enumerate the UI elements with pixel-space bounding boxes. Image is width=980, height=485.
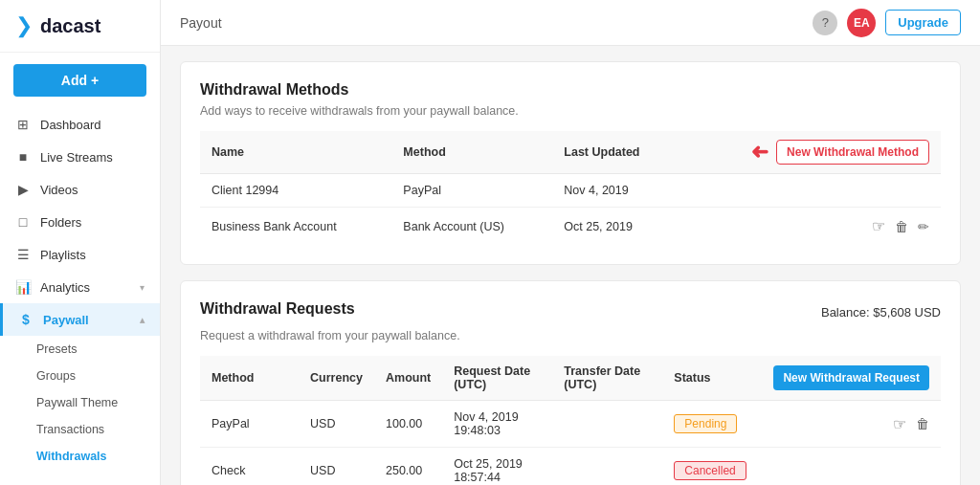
- col-new-request: New Withdrawal Request: [762, 356, 941, 401]
- logo-icon: ❯: [15, 13, 33, 38]
- arrow-icon: ➜: [751, 140, 768, 165]
- chevron-up-icon: ▴: [140, 315, 145, 325]
- subnav-groups[interactable]: Groups: [0, 363, 160, 389]
- row-last-updated: Oct 25, 2019: [552, 208, 680, 246]
- col-request-date: Request Date (UTC): [442, 356, 552, 401]
- row-status: Pending: [662, 401, 762, 448]
- new-withdrawal-method-button[interactable]: New Withdrawal Method: [776, 140, 929, 165]
- main-content: Payout ? EA Upgrade Withdrawal Methods A…: [161, 0, 980, 485]
- sidebar-item-folders[interactable]: □ Folders: [0, 206, 160, 238]
- table-row: Business Bank Account Bank Account (US) …: [200, 208, 941, 246]
- withdrawal-requests-title: Withdrawal Requests: [200, 300, 355, 318]
- col-name: Name: [200, 131, 391, 174]
- content-area: Withdrawal Methods Add ways to receive w…: [161, 46, 980, 485]
- edit-icon[interactable]: ✏: [918, 219, 929, 234]
- row-actions: [680, 174, 941, 208]
- logo-text: dacast: [40, 15, 100, 37]
- col-amount: Amount: [374, 356, 442, 401]
- status-badge: Cancelled: [674, 461, 746, 480]
- col-transfer-date: Transfer Date (UTC): [552, 356, 662, 401]
- paywall-icon: $: [18, 312, 33, 327]
- row-currency: USD: [299, 401, 374, 448]
- row-transfer-date: [552, 401, 662, 448]
- row-actions: ☞ 🗑 ✏: [680, 208, 941, 246]
- sidebar-nav: ⊞ Dashboard ■ Live Streams ▶ Videos □ Fo…: [0, 108, 160, 470]
- subnav-paywall-theme[interactable]: Paywall Theme: [0, 389, 160, 416]
- sidebar-item-label: Videos: [40, 183, 78, 197]
- status-badge: Pending: [674, 414, 737, 433]
- header-actions: ? EA Upgrade: [813, 9, 961, 37]
- add-button[interactable]: Add +: [13, 64, 146, 97]
- sidebar-item-live-streams[interactable]: ■ Live Streams: [0, 141, 160, 173]
- chevron-down-icon: ▾: [140, 282, 145, 293]
- row-amount: 250.00: [374, 448, 442, 486]
- row-method: Bank Account (US): [391, 208, 552, 246]
- sidebar-item-label: Live Streams: [40, 150, 113, 165]
- row-amount: 100.00: [374, 401, 442, 448]
- sidebar-item-playlists[interactable]: ☰ Playlists: [0, 238, 160, 271]
- col-method: Method: [391, 131, 552, 174]
- help-button[interactable]: ?: [813, 11, 837, 35]
- sidebar-item-analytics[interactable]: 📊 Analytics ▾: [0, 271, 160, 303]
- avatar[interactable]: EA: [847, 9, 876, 37]
- delete-icon[interactable]: 🗑: [916, 416, 929, 431]
- row-method: PayPal: [391, 174, 552, 208]
- sidebar-item-label: Analytics: [40, 280, 90, 295]
- requests-section-header: Withdrawal Requests Balance: $5,608 USD: [200, 300, 941, 323]
- sidebar-item-label: Dashboard: [40, 118, 101, 132]
- dashboard-icon: ⊞: [15, 117, 31, 132]
- delete-icon[interactable]: 🗑: [895, 219, 908, 234]
- sidebar-item-paywall[interactable]: $ Paywall ▴: [0, 303, 160, 336]
- sidebar-item-videos[interactable]: ▶ Videos: [0, 173, 160, 206]
- row-status: Cancelled: [662, 448, 762, 486]
- withdrawal-methods-title: Withdrawal Methods: [200, 81, 941, 99]
- table-row: PayPal USD 100.00 Nov 4, 2019 19:48:03 P…: [200, 401, 941, 448]
- playlists-icon: ☰: [15, 247, 31, 262]
- row-method: PayPal: [200, 401, 299, 448]
- row-actions: ☞ 🗑: [762, 401, 941, 448]
- live-streams-icon: ■: [15, 149, 31, 165]
- col-last-updated: Last Updated: [552, 131, 680, 174]
- videos-icon: ▶: [15, 182, 31, 197]
- folders-icon: □: [15, 214, 31, 230]
- row-request-date: Oct 25, 2019 18:57:44: [442, 448, 552, 486]
- row-request-date: Nov 4, 2019 19:48:03: [442, 401, 552, 448]
- sidebar-item-label: Playlists: [40, 248, 86, 262]
- withdrawal-requests-table: Method Currency Amount Request Date (UTC…: [200, 356, 941, 485]
- row-last-updated: Nov 4, 2019: [552, 174, 680, 208]
- withdrawal-methods-table: Name Method Last Updated ➜ New Withdrawa…: [200, 131, 941, 245]
- withdrawal-methods-card: Withdrawal Methods Add ways to receive w…: [180, 61, 961, 265]
- row-transfer-date: [552, 448, 662, 486]
- upgrade-button[interactable]: Upgrade: [885, 10, 961, 35]
- analytics-icon: 📊: [15, 279, 31, 295]
- withdrawal-requests-subtitle: Request a withdrawal from your paywall b…: [200, 329, 941, 342]
- cursor-icon: ☞: [893, 415, 906, 433]
- subnav-withdrawals[interactable]: Withdrawals: [0, 443, 160, 470]
- col-status: Status: [662, 356, 762, 401]
- row-actions: [762, 448, 941, 486]
- table-row: Check USD 250.00 Oct 25, 2019 18:57:44 C…: [200, 448, 941, 486]
- sidebar-item-dashboard[interactable]: ⊞ Dashboard: [0, 108, 160, 141]
- subnav-transactions[interactable]: Transactions: [0, 416, 160, 443]
- col-currency: Currency: [299, 356, 374, 401]
- table-row: Client 12994 PayPal Nov 4, 2019: [200, 174, 941, 208]
- row-method: Check: [200, 448, 299, 486]
- col-actions: ➜ New Withdrawal Method: [680, 131, 941, 174]
- sidebar-item-label: Folders: [40, 215, 81, 230]
- row-name: Client 12994: [200, 174, 391, 208]
- header: Payout ? EA Upgrade: [161, 0, 980, 46]
- cursor-icon: ☞: [872, 217, 885, 235]
- withdrawal-methods-subtitle: Add ways to receive withdrawals from you…: [200, 104, 941, 118]
- withdrawal-requests-card: Withdrawal Requests Balance: $5,608 USD …: [180, 280, 961, 485]
- subnav-presets[interactable]: Presets: [0, 336, 160, 363]
- new-withdrawal-request-button[interactable]: New Withdrawal Request: [773, 365, 929, 390]
- row-currency: USD: [299, 448, 374, 486]
- row-name: Business Bank Account: [200, 208, 391, 246]
- sidebar-item-label: Paywall: [43, 313, 89, 327]
- sidebar: ❯ dacast Add + ⊞ Dashboard ■ Live Stream…: [0, 0, 161, 485]
- page-title: Payout: [180, 15, 222, 31]
- paywall-subnav: Presets Groups Paywall Theme Transaction…: [0, 336, 160, 470]
- balance-display: Balance: $5,608 USD: [821, 305, 941, 320]
- col-method: Method: [200, 356, 299, 401]
- logo-container: ❯ dacast: [0, 0, 160, 53]
